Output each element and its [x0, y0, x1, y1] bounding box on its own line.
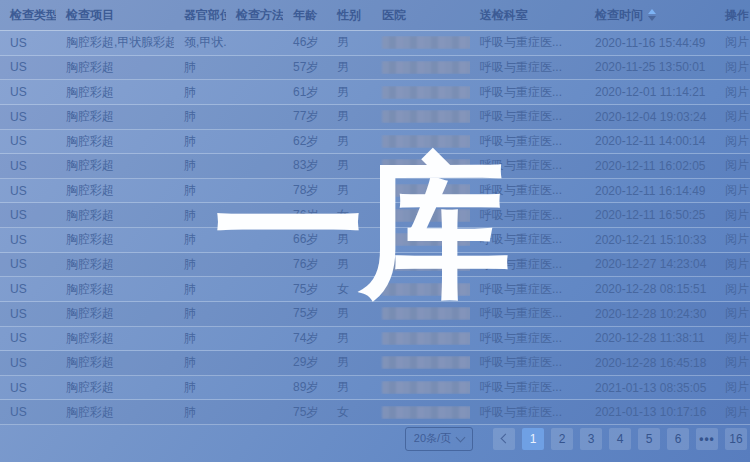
cell-exam-time: 2020-12-21 15:10:33 — [585, 233, 715, 247]
cell-age: 76岁 — [283, 256, 327, 273]
cell-hospital — [372, 135, 470, 148]
column-header-gender: 性别 — [327, 7, 372, 24]
cell-gender: 男 — [327, 256, 372, 273]
cell-exam-time: 2020-12-01 11:14:21 — [585, 85, 715, 99]
column-header-exam-time[interactable]: 检查时间 — [585, 7, 715, 24]
pagination-page-16[interactable]: 16 — [725, 428, 747, 450]
table-row[interactable]: US 胸腔彩超 肺 77岁 男 呼吸与重症医... 2020-12-04 19:… — [0, 105, 750, 130]
hospital-redaction-block — [382, 159, 470, 172]
view-images-link[interactable]: 阅片 — [715, 330, 750, 347]
view-images-link[interactable]: 阅片 — [715, 108, 750, 125]
table-row[interactable]: US 胸腔彩超 肺 62岁 男 呼吸与重症医... 2020-12-11 14:… — [0, 130, 750, 155]
view-images-link[interactable]: 阅片 — [715, 207, 750, 224]
table-row[interactable]: US 胸腔彩超 肺 74岁 男 呼吸与重症医... 2020-12-28 11:… — [0, 327, 750, 352]
cell-exam-time: 2020-12-28 08:15:51 — [585, 282, 715, 296]
view-images-link[interactable]: 阅片 — [715, 305, 750, 322]
cell-age: 29岁 — [283, 354, 327, 371]
table-row[interactable]: US 胸腔彩超,甲状腺彩超 颈,甲状... 46岁 男 呼吸与重症医... 20… — [0, 31, 750, 56]
table-row[interactable]: US 胸腔彩超 肺 78岁 男 呼吸与重症医... 2020-12-11 16:… — [0, 179, 750, 204]
cell-hospital — [372, 332, 470, 345]
cell-department: 呼吸与重症医... — [470, 59, 585, 76]
cell-exam-item: 胸腔彩超 — [56, 330, 174, 347]
cell-exam-type: US — [0, 282, 56, 296]
cell-department: 呼吸与重症医... — [470, 133, 585, 150]
cell-age: 77岁 — [283, 108, 327, 125]
pagination-page-6[interactable]: 6 — [667, 428, 689, 450]
cell-organ: 肺 — [174, 108, 226, 125]
table-row[interactable]: US 胸腔彩超 肺 61岁 男 呼吸与重症医... 2020-12-01 11:… — [0, 80, 750, 105]
cell-age: 78岁 — [283, 182, 327, 199]
cell-exam-item: 胸腔彩超,甲状腺彩超 — [56, 34, 174, 51]
cell-exam-type: US — [0, 356, 56, 370]
view-images-link[interactable]: 阅片 — [715, 281, 750, 298]
pagination-page-5[interactable]: 5 — [638, 428, 660, 450]
view-images-link[interactable]: 阅片 — [715, 34, 750, 51]
view-images-link[interactable]: 阅片 — [715, 133, 750, 150]
cell-organ: 肺 — [174, 157, 226, 174]
table-row[interactable]: US 胸腔彩超 肺 76岁 男 呼吸与重症医... 2020-12-27 14:… — [0, 253, 750, 278]
hospital-redaction-block — [382, 209, 470, 222]
table-row[interactable]: US 胸腔彩超 肺 29岁 男 呼吸与重症医... 2020-12-28 16:… — [0, 351, 750, 376]
table-row[interactable]: US 胸腔彩超 肺 76岁 女 呼吸与重症医... 2020-12-11 16:… — [0, 203, 750, 228]
cell-exam-item: 胸腔彩超 — [56, 157, 174, 174]
view-images-link[interactable]: 阅片 — [715, 231, 750, 248]
cell-department: 呼吸与重症医... — [470, 305, 585, 322]
cell-exam-time: 2020-12-11 16:14:49 — [585, 184, 715, 198]
cell-exam-type: US — [0, 36, 56, 50]
cell-gender: 男 — [327, 354, 372, 371]
cell-exam-type: US — [0, 85, 56, 99]
hospital-redaction-block — [382, 356, 470, 369]
page-size-label: 20条/页 — [414, 431, 451, 446]
cell-age: 75岁 — [283, 305, 327, 322]
cell-hospital — [372, 233, 470, 246]
cell-department: 呼吸与重症医... — [470, 182, 585, 199]
view-images-link[interactable]: 阅片 — [715, 404, 750, 421]
table-row[interactable]: US 胸腔彩超 肺 66岁 男 呼吸与重症医... 2020-12-21 15:… — [0, 228, 750, 253]
view-images-link[interactable]: 阅片 — [715, 379, 750, 396]
pagination-page-3[interactable]: 3 — [580, 428, 602, 450]
cell-hospital — [372, 258, 470, 271]
cell-exam-time: 2020-12-04 19:03:24 — [585, 110, 715, 124]
column-header-organ: 器官部位 — [174, 7, 226, 24]
pagination-page-2[interactable]: 2 — [551, 428, 573, 450]
sort-icon[interactable] — [648, 9, 656, 21]
pagination-pages: 123456•••16 — [522, 428, 747, 450]
cell-exam-type: US — [0, 110, 56, 124]
hospital-redaction-block — [382, 86, 470, 99]
view-images-link[interactable]: 阅片 — [715, 256, 750, 273]
hospital-redaction-block — [382, 406, 470, 419]
table-row[interactable]: US 胸腔彩超 肺 75岁 男 呼吸与重症医... 2020-12-28 10:… — [0, 302, 750, 327]
cell-department: 呼吸与重症医... — [470, 84, 585, 101]
exam-records-table: 检查类型 检查项目 器官部位 检查方法 年龄 性别 医院 送检科室 检查时间 操… — [0, 0, 750, 425]
prev-page-button[interactable] — [493, 428, 515, 450]
view-images-link[interactable]: 阅片 — [715, 182, 750, 199]
hospital-redaction-block — [382, 381, 470, 394]
view-images-link[interactable]: 阅片 — [715, 354, 750, 371]
cell-age: 76岁 — [283, 207, 327, 224]
cell-organ: 肺 — [174, 256, 226, 273]
table-row[interactable]: US 胸腔彩超 肺 75岁 女 呼吸与重症医... 2020-12-28 08:… — [0, 277, 750, 302]
cell-age: 66岁 — [283, 231, 327, 248]
cell-age: 74岁 — [283, 330, 327, 347]
table-row[interactable]: US 胸腔彩超 肺 57岁 男 呼吸与重症医... 2020-11-25 13:… — [0, 56, 750, 81]
cell-exam-time: 2020-12-28 11:38:11 — [585, 331, 715, 345]
cell-exam-item: 胸腔彩超 — [56, 379, 174, 396]
pagination-more-icon[interactable]: ••• — [696, 428, 718, 450]
view-images-link[interactable]: 阅片 — [715, 157, 750, 174]
view-images-link[interactable]: 阅片 — [715, 84, 750, 101]
hospital-redaction-block — [382, 135, 470, 148]
cell-exam-item: 胸腔彩超 — [56, 231, 174, 248]
pagination-page-1[interactable]: 1 — [522, 428, 544, 450]
page-size-select[interactable]: 20条/页 — [405, 427, 473, 451]
cell-age: 83岁 — [283, 157, 327, 174]
cell-hospital — [372, 307, 470, 320]
view-images-link[interactable]: 阅片 — [715, 59, 750, 76]
cell-gender: 男 — [327, 84, 372, 101]
table-row[interactable]: US 胸腔彩超 肺 83岁 男 呼吸与重症医... 2020-12-11 16:… — [0, 154, 750, 179]
table-row[interactable]: US 胸腔彩超 肺 89岁 男 呼吸与重症医... 2021-01-13 08:… — [0, 376, 750, 401]
column-header-action: 操作 — [715, 7, 750, 24]
pagination-page-4[interactable]: 4 — [609, 428, 631, 450]
cell-exam-type: US — [0, 208, 56, 222]
cell-department: 呼吸与重症医... — [470, 379, 585, 396]
cell-organ: 肺 — [174, 281, 226, 298]
